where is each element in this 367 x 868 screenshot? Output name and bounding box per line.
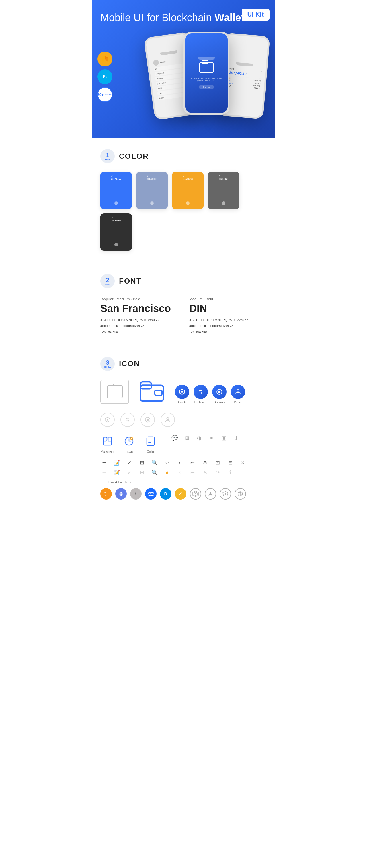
svg-point-12	[218, 391, 221, 393]
color-label-blue: #3574FA	[111, 175, 121, 181]
svg-rect-20	[104, 437, 107, 441]
ethereum-icon	[115, 488, 127, 500]
main-content: 1 ONE COLOR #3574FA #8DA0C8 #F5A623 #666…	[92, 137, 275, 525]
color-section-number: 1 ONE	[101, 149, 115, 163]
assets-label: Assets	[178, 401, 186, 404]
ghost-icons-row	[101, 412, 266, 427]
color-label-gray: #8DA0C8	[146, 175, 158, 181]
ui-kit-badge: UI Kit	[242, 9, 270, 21]
check2-ghost-icon: ✕	[201, 469, 209, 476]
svg-text:₿: ₿	[104, 492, 106, 496]
check-icon: ✓	[125, 459, 133, 466]
profile-icon-svg	[234, 389, 242, 395]
app-icon-assets: Assets	[175, 385, 189, 404]
dash-icon: D	[160, 488, 171, 500]
color-swatch-blue: #3574FA	[101, 172, 132, 209]
blockchain-label: BlockChain Icon	[101, 480, 266, 484]
font-din-name: DIN	[189, 303, 266, 314]
management-icon-box	[101, 434, 115, 448]
action-icons-row-ghost: + 📝 ✓ ⊞ 🔍 ★ ‹ ⇤ ✕ ↷ ℹ	[101, 469, 266, 476]
font-sf-lowercase: abcdefghijklmnopqrstuvwxyz	[101, 323, 178, 329]
svg-point-18	[167, 417, 169, 420]
discover-icon-circle	[212, 385, 227, 399]
svg-rect-8	[155, 390, 162, 395]
app-icon-exchange: Exchange	[194, 385, 208, 404]
misc-icons-inline: 💬 ⊞ ◑ ● ▣ ℹ	[171, 434, 240, 442]
phone-2-screen: Character may be mastered in the good mo…	[185, 33, 228, 113]
svg-rect-7	[140, 385, 151, 389]
icon-section-number: 3 THREE	[101, 356, 115, 371]
color-swatch-gray: #8DA0C8	[136, 172, 168, 209]
screens-label: Screens	[104, 93, 112, 96]
font-grid: Regular · Medium · Bold San Francisco AB…	[101, 297, 266, 334]
redo-ghost-icon: ↷	[214, 469, 221, 476]
color-section-header: 1 ONE COLOR	[101, 149, 266, 163]
ark-icon	[205, 488, 216, 500]
color-dot-darkgray	[222, 202, 225, 205]
ps-badge: Ps	[97, 69, 112, 84]
hero-section: Mobile UI for Blockchain Wallet UI Kit P…	[92, 0, 275, 137]
color-dot-blue	[114, 202, 118, 205]
assets-icon-circle	[175, 385, 189, 399]
chat-icon: 💬	[171, 434, 179, 442]
ghost-profile-icon	[161, 412, 175, 427]
info-icon: ℹ	[232, 434, 240, 442]
ps-label: Ps	[103, 74, 107, 79]
ghost-assets-icon	[101, 412, 115, 427]
exchange-icon-circle	[194, 385, 208, 399]
chevron-left-icon: ‹	[176, 459, 184, 466]
mgmt-icon-history: History	[122, 434, 136, 453]
font-din-numbers: 1234567890	[189, 330, 266, 334]
color-label-black: #303030	[111, 216, 121, 222]
svg-point-38	[225, 493, 226, 495]
check-ghost-icon: ✓	[125, 469, 133, 476]
font-section: 2 TWO FONT Regular · Medium · Bold San F…	[101, 274, 266, 334]
assets-icon-svg	[179, 389, 186, 395]
wallet-svg	[139, 381, 165, 402]
icon-section-header: 3 THREE ICON	[101, 356, 266, 371]
font-section-number: 2 TWO	[101, 274, 115, 288]
order-icon-box	[143, 434, 158, 448]
grid-icon-crypto	[190, 488, 201, 500]
color-section-title: COLOR	[119, 152, 149, 161]
chevron-left-ghost-icon: ‹	[176, 469, 184, 476]
qr-icon: ⊞	[138, 459, 146, 466]
color-dot-gray	[150, 202, 154, 205]
color-swatches: #3574FA #8DA0C8 #F5A623 #666666 #303030	[101, 172, 266, 251]
color-label-darkgray: #666666	[219, 175, 228, 181]
mgmt-icons-row: Mangment History	[101, 434, 266, 453]
wallet-wireframe-inner	[107, 385, 123, 398]
font-sf-name: San Francisco	[101, 303, 178, 314]
font-section-header: 2 TWO FONT	[101, 274, 266, 288]
wallet-wireframe-icon	[101, 379, 129, 404]
frame-icon: ⊟	[227, 459, 234, 466]
font-section-title: FONT	[119, 277, 142, 286]
app-icons-colored: Assets Exchange	[175, 385, 245, 404]
info-ghost-icon: ℹ	[227, 469, 234, 476]
zcash-icon: Z	[175, 488, 186, 500]
circle-icon: ●	[207, 434, 216, 442]
color-swatch-orange: #F5A623	[172, 172, 204, 209]
bitcoin-icon: ₿	[101, 488, 112, 500]
sketch-icon	[101, 55, 109, 63]
waves-icon	[145, 488, 157, 500]
hero-badges: Ps 60+ Screens	[97, 52, 112, 102]
message-icon: ▣	[220, 434, 228, 442]
blockchain-line	[101, 482, 106, 483]
wallet-blue-icon	[138, 379, 166, 404]
crypto-icons-row: ₿ Ł	[101, 488, 266, 500]
discover-label: Discover	[214, 401, 225, 404]
svg-point-17	[146, 418, 148, 421]
font-din-uppercase: ABCDEFGHIJKLMNOPQRSTUVWXYZ	[189, 317, 266, 323]
svg-point-10	[181, 391, 183, 393]
moon-icon: ◑	[195, 434, 203, 442]
order-label: Order	[147, 450, 154, 453]
history-label: History	[124, 450, 133, 453]
icon-section-title: ICON	[119, 359, 140, 368]
font-din-lowercase: abcdefghijklmnopqrstuvwxyz	[189, 323, 266, 329]
phone-2: Character may be mastered in the good mo…	[184, 32, 229, 115]
color-label-orange: #F5A623	[182, 175, 193, 181]
screens-badge: 60+ Screens	[97, 87, 112, 102]
font-sf-style: Regular · Medium · Bold	[101, 297, 178, 301]
action-icons-row-colored: + 📝 ✓ ⊞ 🔍 ☆ ‹ ⇤ ⚙ ⊡ ⊟ ×	[101, 459, 266, 466]
